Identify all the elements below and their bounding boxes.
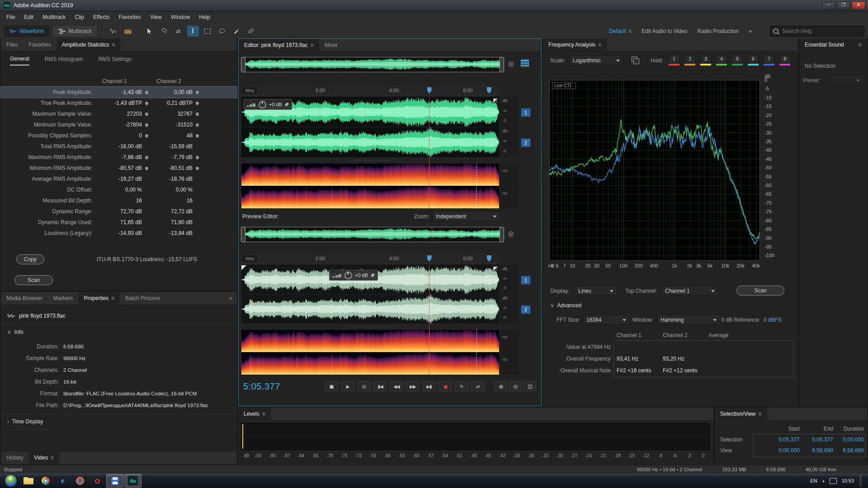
marker-pin-icon[interactable] <box>195 101 200 106</box>
preview-waveform-channel-2[interactable] <box>241 295 499 324</box>
gain-hud[interactable]: ▂▄▆ +0 dB <box>243 99 292 110</box>
transport-button[interactable]: ▶ <box>341 381 354 391</box>
keyboard-tray-icon[interactable] <box>830 478 837 484</box>
marker-pin-icon[interactable] <box>195 123 200 127</box>
copy-graph-icon[interactable] <box>632 56 637 62</box>
tab-markers[interactable]: Markers <box>48 292 78 305</box>
transport-button[interactable]: ⇄ <box>471 381 485 391</box>
taskbar-audition-icon[interactable]: Au <box>124 474 142 488</box>
tab-selection-view[interactable]: Selection/View≡ <box>715 408 767 420</box>
transport-button[interactable]: ↻ <box>455 381 468 391</box>
move-tool[interactable] <box>144 26 156 37</box>
show-spectral-button[interactable] <box>122 26 134 37</box>
overview-right-handle[interactable] <box>500 57 504 72</box>
panel-menu-icon[interactable]: ≡ <box>311 42 314 48</box>
minimize-button[interactable]: ─ <box>822 1 835 9</box>
marker-pin-icon[interactable] <box>195 90 200 95</box>
transport-button[interactable]: ▶▶ <box>406 381 420 391</box>
menu-item[interactable]: Window <box>166 11 195 23</box>
playhead-marker[interactable] <box>427 87 432 94</box>
selection-end[interactable]: 5:05.377 <box>806 436 833 443</box>
show-waveform-button[interactable] <box>108 26 119 37</box>
restore-button[interactable]: ❐ <box>837 1 850 9</box>
workspace-edit-audio-to-video[interactable]: Edit Audio to Video <box>642 28 687 34</box>
overview-waveform[interactable] <box>242 57 502 71</box>
transport-button[interactable]: ▶▮ <box>422 381 436 391</box>
marker-pin-icon[interactable] <box>195 166 200 171</box>
frequency-analysis-graph[interactable] <box>547 73 794 277</box>
panel-menu-icon[interactable]: ≡ <box>51 455 54 461</box>
taskbar-commander-icon[interactable] <box>106 474 123 488</box>
marker-pin-icon[interactable] <box>145 166 149 171</box>
tab-mixer[interactable]: Mixer <box>319 39 343 52</box>
panel-menu-icon[interactable]: ≡ <box>262 411 265 417</box>
scale-select[interactable]: Logarithmic <box>569 56 623 66</box>
hold-button[interactable]: 5 <box>732 55 743 66</box>
workspace-default[interactable]: Default≡ <box>609 28 632 34</box>
hold-button[interactable]: 4 <box>716 55 727 66</box>
stats-row[interactable]: Dynamic Range: 72,70 dB 72,72 dB <box>1 206 237 217</box>
razor-tool[interactable] <box>158 26 170 37</box>
transport-button[interactable]: ◀◀ <box>390 381 403 391</box>
menu-item[interactable]: Multitrack <box>38 11 70 23</box>
marker-pin-icon[interactable] <box>145 134 149 138</box>
waveform-canvas[interactable] <box>241 295 499 324</box>
taskbar-explorer-icon[interactable] <box>20 474 37 487</box>
menu-item[interactable]: Effects <box>89 11 114 23</box>
workspace-radio-production[interactable]: Radio Production <box>697 28 739 34</box>
tab-batch-process[interactable]: Batch Process <box>120 292 165 305</box>
scan-button[interactable]: Scan <box>14 275 53 285</box>
marker-pin-icon[interactable] <box>195 134 200 138</box>
selection-duration[interactable]: 0:00.000 <box>836 436 864 443</box>
marker-pin-icon[interactable] <box>195 112 200 117</box>
marker-pin-icon[interactable] <box>145 112 149 117</box>
panel-menu-icon[interactable]: ≡ <box>859 42 862 48</box>
timeline-marker[interactable] <box>487 255 491 262</box>
window-select[interactable]: Hamming <box>657 315 720 325</box>
display-select[interactable]: Lines <box>575 286 617 296</box>
spectrogram-channel-1[interactable] <box>241 164 499 186</box>
stats-row[interactable]: Dynamic Range Used: 71,65 dB 71,60 dB <box>1 217 237 228</box>
tab-files[interactable]: Files <box>1 38 23 51</box>
spot-navigator-icon[interactable]: ◎ <box>508 60 514 68</box>
marquee-selection-tool[interactable] <box>202 26 213 37</box>
menu-item[interactable]: View <box>146 11 166 23</box>
taskbar-opera-icon[interactable]: O <box>89 474 105 487</box>
zoom-mode-select[interactable]: Independent <box>432 211 500 221</box>
pin-icon[interactable] <box>285 103 289 107</box>
slip-tool[interactable]: ⇄ <box>173 26 184 37</box>
spectrogram-channel-2[interactable] <box>241 186 499 208</box>
hold-button[interactable]: 3 <box>700 55 711 66</box>
fft-size-select[interactable]: 16384 <box>583 315 630 325</box>
level-meter[interactable] <box>241 423 710 450</box>
panel-menu-icon[interactable]: ≡ <box>759 411 762 417</box>
hold-button[interactable]: 8 <box>779 55 790 66</box>
panel-menu-icon[interactable]: ≡ <box>111 295 114 301</box>
preset-select[interactable] <box>826 75 863 85</box>
panel-menu-icon[interactable]: ≡ <box>598 42 601 48</box>
spectral-corner-icon[interactable] <box>493 267 498 271</box>
marker-pin-icon[interactable] <box>145 155 149 160</box>
channel-1-button[interactable]: 1 <box>521 108 531 117</box>
transport-button[interactable]: ▮▮ <box>357 381 371 391</box>
stats-row[interactable]: Peak Amplitude: -1,43 dB 0,00 dB <box>1 87 237 98</box>
marker-pin-icon[interactable] <box>145 101 149 106</box>
stats-row[interactable]: Measured Bit Depth: 16 16 <box>1 195 237 206</box>
tabs-overflow-chevron[interactable]: » <box>225 292 237 305</box>
marker-pin-icon[interactable] <box>145 123 149 127</box>
spectrogram-canvas[interactable] <box>241 352 499 375</box>
channel-2-button[interactable]: 2 <box>521 138 531 147</box>
file-name[interactable]: pink floyd 1973.flac <box>19 313 66 319</box>
preview-spectrogram-channel-2[interactable] <box>241 352 499 375</box>
time-selection-tool[interactable]: I <box>187 26 199 37</box>
stats-row[interactable]: Maximum RMS Amplitude: -7,86 dB -7,79 dB <box>1 152 237 163</box>
stats-row[interactable]: True Peak Amplitude: -1,43 dBTP 0,21 dBT… <box>1 98 237 108</box>
preview-overview-navigator[interactable] <box>241 227 504 242</box>
tab-properties[interactable]: Properties≡ <box>78 292 120 305</box>
spectrogram-canvas[interactable] <box>241 330 499 352</box>
playhead-marker[interactable] <box>427 255 432 262</box>
overview-waveform[interactable] <box>242 227 502 241</box>
transport-button[interactable]: ▮◀ <box>373 381 387 391</box>
start-button[interactable] <box>5 474 17 487</box>
close-button[interactable]: ✕ <box>852 1 865 9</box>
